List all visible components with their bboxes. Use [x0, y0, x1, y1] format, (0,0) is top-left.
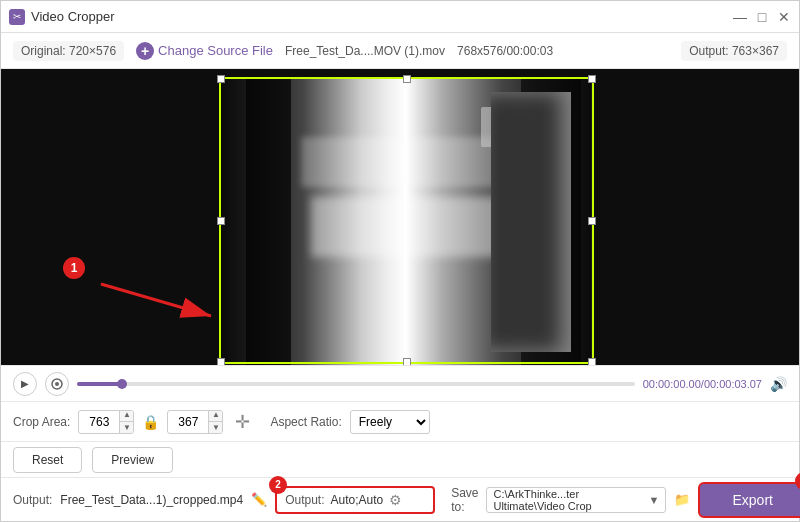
time-current: 00:00:00.00	[643, 378, 701, 390]
progress-thumb[interactable]	[117, 379, 127, 389]
action-row: Reset Preview	[1, 441, 799, 477]
original-info: Original: 720×576	[13, 41, 124, 61]
edit-icon[interactable]: ✏️	[251, 492, 267, 507]
window-title: Video Cropper	[31, 9, 733, 24]
progress-fill	[77, 382, 122, 386]
save-path-container: C:\ArkThinke...ter Ultimate\Video Crop ▼	[486, 487, 666, 513]
aspect-ratio-label: Aspect Ratio:	[270, 415, 341, 429]
crop-height-input[interactable]	[168, 415, 208, 429]
crop-width-down[interactable]: ▼	[119, 422, 133, 434]
crop-area-label: Crop Area:	[13, 415, 70, 429]
crop-height-up[interactable]: ▲	[208, 410, 222, 422]
annotation-2-num: 2	[275, 479, 281, 490]
move-icon[interactable]: ✛	[235, 411, 250, 433]
file-name: Free_Test_Da....MOV (1).mov	[285, 44, 445, 58]
output-box-label: Output:	[285, 493, 324, 507]
output-info: Output: 763×367	[681, 41, 787, 61]
aspect-ratio-select[interactable]: Freely 16:9 4:3 1:1 9:16	[350, 410, 430, 434]
volume-icon[interactable]: 🔊	[770, 376, 787, 392]
save-to-label: Save to:	[451, 486, 478, 514]
output-box-container: 2 Output: Auto;Auto ⚙	[275, 486, 435, 514]
video-content	[221, 77, 591, 365]
crop-height-down[interactable]: ▼	[208, 422, 222, 434]
maximize-button[interactable]: □	[755, 10, 769, 24]
minimize-button[interactable]: —	[733, 10, 747, 24]
crop-width-input-group[interactable]: ▲ ▼	[78, 410, 134, 434]
svg-point-3	[55, 382, 59, 386]
time-total: 00:00:03.07	[704, 378, 762, 390]
video-frame	[221, 77, 591, 365]
annotation-1-num: 1	[63, 257, 85, 279]
video-area: 1	[1, 69, 799, 365]
save-path-dropdown-icon[interactable]: ▼	[649, 494, 660, 506]
screenshot-button[interactable]	[45, 372, 69, 396]
crop-width-up[interactable]: ▲	[119, 410, 133, 422]
output-filename: Free_Test_Data...1)_cropped.mp4	[60, 493, 243, 507]
dim-left	[1, 69, 219, 365]
title-bar: ✂ Video Cropper — □ ✕	[1, 1, 799, 33]
app-icon: ✂	[9, 9, 25, 25]
top-bar: Original: 720×576 + Change Source File F…	[1, 33, 799, 69]
annotation-2-badge: 2	[269, 476, 287, 494]
bottom-row: Output: Free_Test_Data...1)_cropped.mp4 …	[1, 477, 799, 521]
change-source-label: Change Source File	[158, 43, 273, 58]
dim-right	[594, 69, 799, 365]
lock-icon[interactable]: 🔒	[142, 414, 159, 430]
settings-gear-icon[interactable]: ⚙	[389, 492, 402, 508]
output-settings-box: Output: Auto;Auto ⚙	[275, 486, 435, 514]
crop-controls-row: Crop Area: ▲ ▼ 🔒 ▲ ▼ ✛ Aspect Ratio: Fre…	[1, 401, 799, 441]
crop-width-input[interactable]	[79, 415, 119, 429]
save-path-text: C:\ArkThinke...ter Ultimate\Video Crop	[493, 488, 644, 512]
reset-button[interactable]: Reset	[13, 447, 82, 473]
window-controls: — □ ✕	[733, 10, 791, 24]
crop-width-arrows: ▲ ▼	[119, 410, 133, 434]
file-meta: 768x576/00:00:03	[457, 44, 553, 58]
time-display: 00:00:00.00/00:00:03.07	[643, 378, 762, 390]
preview-button[interactable]: Preview	[92, 447, 173, 473]
crop-height-input-group[interactable]: ▲ ▼	[167, 410, 223, 434]
crop-height-arrows: ▲ ▼	[208, 410, 222, 434]
export-container: 3 Export	[698, 482, 800, 518]
main-window: ✂ Video Cropper — □ ✕ Original: 720×576 …	[0, 0, 800, 522]
plus-circle-icon: +	[136, 42, 154, 60]
export-button[interactable]: Export	[698, 482, 800, 518]
play-button[interactable]: ▶	[13, 372, 37, 396]
progress-bar[interactable]	[77, 382, 635, 386]
change-source-button[interactable]: + Change Source File	[136, 42, 273, 60]
output-box-value: Auto;Auto	[330, 493, 383, 507]
dim-top	[219, 69, 594, 77]
timeline-bar: ▶ 00:00:00.00/00:00:03.07 🔊	[1, 365, 799, 401]
folder-icon[interactable]: 📁	[674, 492, 690, 507]
close-button[interactable]: ✕	[777, 10, 791, 24]
output-label-1: Output:	[13, 493, 52, 507]
